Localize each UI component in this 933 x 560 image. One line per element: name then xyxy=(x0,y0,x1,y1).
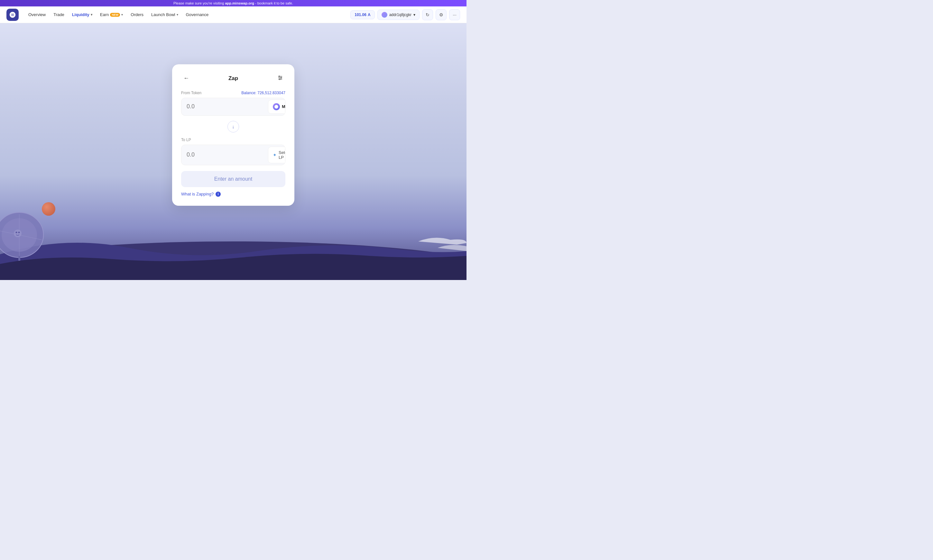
nav-item-trade[interactable]: Trade xyxy=(50,10,67,19)
svg-point-9 xyxy=(16,232,17,233)
enter-amount-button[interactable]: Enter an amount xyxy=(181,171,285,187)
from-token-section: From Token Balance: 726,512.833047 MIN ✓… xyxy=(181,91,285,116)
info-icon: i xyxy=(216,192,221,197)
to-lp-section: To LP ✦ Select LP ▾ xyxy=(181,138,285,165)
nav-label-earn: Earn xyxy=(100,12,109,17)
gear-icon: ⚙ xyxy=(439,12,443,17)
arrow-separator: ↓ xyxy=(181,121,285,132)
banner-url: app.minswap.org xyxy=(225,1,254,5)
wallet-balance[interactable]: 101.06 A xyxy=(350,10,375,19)
logo[interactable] xyxy=(6,9,19,21)
navbar-right: 101.06 A addr1q8jcgkr ▾ ↻ ⚙ ··· xyxy=(350,9,460,20)
zapping-link-label: What is Zapping? xyxy=(181,192,214,197)
wallet-avatar xyxy=(382,12,387,18)
token-balance[interactable]: Balance: 726,512.833047 xyxy=(241,91,285,95)
back-arrow-icon: ← xyxy=(184,75,189,82)
from-amount-input[interactable] xyxy=(182,99,267,114)
earn-chevron-icon: ▾ xyxy=(121,13,123,16)
zap-title: Zap xyxy=(228,75,238,82)
wallet-address-text: addr1q8jcgkr xyxy=(389,12,412,17)
lp-selector-label: Select LP xyxy=(279,150,285,160)
logo-icon xyxy=(9,11,16,18)
nav-label-orders: Orders xyxy=(131,12,143,17)
svg-point-15 xyxy=(281,77,282,78)
from-token-label-row: From Token Balance: 726,512.833047 xyxy=(181,91,285,95)
balance-unit: A xyxy=(368,12,371,17)
earn-badge: New xyxy=(110,13,120,17)
nav-label-overview: Overview xyxy=(28,12,46,17)
from-token-input-row: MIN ✓ ▾ xyxy=(181,98,285,116)
nav-item-governance[interactable]: Governance xyxy=(183,10,212,19)
address-chevron-icon: ▾ xyxy=(413,12,415,17)
to-lp-amount-input[interactable] xyxy=(182,147,267,163)
back-button[interactable]: ← xyxy=(181,73,191,83)
nav-label-trade: Trade xyxy=(53,12,64,17)
nav-item-launch-bowl[interactable]: Launch Bowl ▾ xyxy=(148,10,181,19)
settings-button[interactable]: ⚙ xyxy=(436,9,447,20)
balance-amount: 101.06 xyxy=(355,12,367,17)
banner-suffix: - bookmark it to be safe. xyxy=(254,1,293,5)
security-banner: Please make sure you're visiting app.min… xyxy=(0,0,467,6)
nav-item-liquidity[interactable]: Liquidity ▾ xyxy=(69,10,96,19)
down-arrow-icon[interactable]: ↓ xyxy=(227,121,239,132)
from-token-label: From Token xyxy=(181,91,201,95)
more-icon: ··· xyxy=(453,12,456,17)
svg-point-14 xyxy=(279,76,279,77)
nav-item-orders[interactable]: Orders xyxy=(127,10,147,19)
svg-point-16 xyxy=(279,79,280,80)
to-lp-label-row: To LP xyxy=(181,138,285,142)
zap-card: ← Zap From Token xyxy=(172,64,295,206)
to-lp-input-row: ✦ Select LP ▾ xyxy=(181,145,285,165)
red-planet xyxy=(42,202,56,216)
liquidity-chevron-icon: ▾ xyxy=(91,13,93,16)
banner-text: Please make sure you're visiting xyxy=(173,1,225,5)
lp-icon: ✦ xyxy=(273,152,277,157)
satellite-dish-illustration xyxy=(0,197,48,261)
svg-point-8 xyxy=(14,229,22,237)
nav-label-governance: Governance xyxy=(186,12,209,17)
svg-point-17 xyxy=(275,105,278,109)
zap-settings-button[interactable] xyxy=(275,73,285,83)
nav-links: Overview Trade Liquidity ▾ Earn New ▾ Or… xyxy=(25,10,350,19)
wallet-address[interactable]: addr1q8jcgkr ▾ xyxy=(377,10,419,20)
token-name: MIN xyxy=(282,104,285,109)
refresh-icon: ↻ xyxy=(426,12,430,17)
min-token-icon xyxy=(273,103,280,110)
lp-selector[interactable]: ✦ Select LP ▾ xyxy=(268,146,285,163)
to-lp-label: To LP xyxy=(181,138,191,142)
refresh-button[interactable]: ↻ xyxy=(422,9,433,20)
more-options-button[interactable]: ··· xyxy=(449,9,460,20)
sliders-icon xyxy=(277,75,283,82)
nav-label-launch-bowl: Launch Bowl xyxy=(151,12,175,17)
launch-bowl-chevron-icon: ▾ xyxy=(177,13,178,16)
nav-label-liquidity: Liquidity xyxy=(72,12,89,17)
nav-item-overview[interactable]: Overview xyxy=(25,10,49,19)
svg-point-10 xyxy=(19,232,20,233)
page-background: ← Zap From Token xyxy=(0,18,467,280)
nav-item-earn[interactable]: Earn New ▾ xyxy=(97,10,126,19)
what-is-zapping-link[interactable]: What is Zapping? i xyxy=(181,192,285,197)
navbar: Overview Trade Liquidity ▾ Earn New ▾ Or… xyxy=(0,6,467,23)
token-selector-min[interactable]: MIN ✓ ▾ xyxy=(268,100,285,114)
zap-card-header: ← Zap xyxy=(181,73,285,83)
